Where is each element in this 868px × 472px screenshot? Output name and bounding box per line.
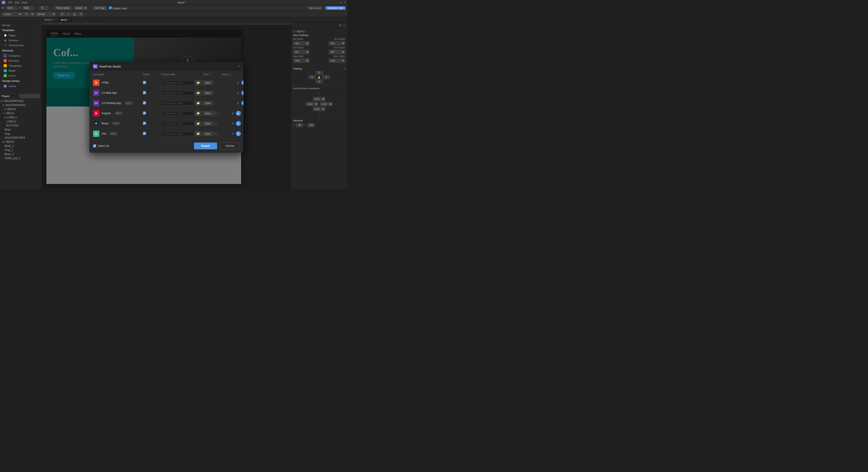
sidebar-item-coming-soon[interactable]: ⏱ Coming Soon › — [0, 43, 42, 48]
play-btn-csharp-desktop[interactable]: ▶ — [241, 100, 243, 106]
browse-btn-html[interactable]: 📁 — [195, 80, 201, 85]
font-size-select[interactable]: 72 — [23, 12, 34, 16]
open-btn-angular[interactable]: Open — [203, 111, 213, 116]
tree-vbox1[interactable]: ▼ VBOX1 — [0, 111, 42, 115]
maximize-btn[interactable]: □ — [340, 1, 341, 4]
checkbox-csharp-desktop[interactable] — [143, 101, 146, 105]
sidebar-item-library[interactable]: 📚 Library › — [0, 84, 42, 89]
theme-editor-btn[interactable]: Theme Editor — [54, 6, 72, 10]
templates-section[interactable]: Templates › — [0, 27, 42, 33]
anchor-up-btn[interactable]: ↑ — [318, 92, 320, 95]
tree-label1[interactable]: ▶ LABEL1 — [0, 115, 42, 119]
anchor-right-btn[interactable]: → — [334, 102, 338, 106]
path-input-html[interactable] — [161, 81, 194, 85]
tree-mug[interactable]: mug — [0, 131, 42, 136]
guide-lines-checkbox[interactable] — [109, 6, 112, 9]
italic-btn[interactable]: I — [66, 12, 71, 16]
edit-btn-react[interactable]: ✏ — [213, 121, 218, 126]
path-input-csharp-web[interactable] — [161, 91, 194, 95]
select-all-checkbox[interactable] — [93, 144, 96, 148]
max-height-select[interactable]: max — [329, 58, 345, 63]
path-input-vue[interactable] — [161, 131, 194, 136]
sidebar-item-forms[interactable]: ☰ Forms › — [0, 73, 42, 78]
path-input-csharp-desktop[interactable] — [161, 101, 194, 106]
browse-btn-vue[interactable]: 📁 — [195, 131, 201, 136]
pref-height-select[interactable]: 457 — [329, 50, 345, 54]
max-width-select[interactable]: max — [293, 58, 309, 63]
checkbox-vue[interactable] — [143, 132, 146, 135]
browse-btn-angular[interactable]: 📁 — [195, 111, 201, 116]
zoom-input[interactable] — [39, 6, 49, 10]
tree-vbox2[interactable]: ▶ VBOX2 — [0, 140, 42, 144]
anchor-bottom-select[interactable]: unset — [313, 107, 325, 111]
pref-width-select[interactable]: 611 — [293, 50, 309, 54]
menu-edit[interactable]: Edit — [15, 1, 19, 4]
figma-import-btn[interactable]: Figma Import — [306, 6, 324, 10]
id-info-btn[interactable]: ℹ — [305, 30, 306, 33]
play-btn-csharp-web[interactable]: ▶ — [241, 90, 243, 95]
elements-section[interactable]: Elements — [0, 48, 42, 53]
tree-anchorpane2[interactable]: ▶ ANCHORPANE2 — [0, 103, 42, 107]
open-btn-csharp-web[interactable]: Open — [203, 91, 213, 95]
browse-btn-react[interactable]: 📁 — [195, 121, 201, 126]
path-input-angular[interactable] — [161, 111, 194, 116]
tab-about-close[interactable]: × — [68, 18, 69, 21]
y-input[interactable] — [307, 123, 315, 127]
font-family-select[interactable]: Lemon — [2, 12, 22, 16]
open-btn-html[interactable]: Open — [203, 81, 213, 85]
close-btn[interactable]: × — [344, 1, 345, 4]
sidebar-item-typography[interactable]: T Typography › — [0, 63, 42, 68]
checkbox-csharp-web[interactable] — [143, 91, 146, 94]
menu-help[interactable]: Help — [22, 1, 27, 4]
tab-demo1-close[interactable]: × — [54, 18, 55, 21]
play-btn-react[interactable]: ▶ — [236, 121, 241, 126]
checkbox-html[interactable] — [143, 81, 146, 84]
x-input[interactable] — [296, 123, 303, 127]
sidebar-item-elements[interactable]: ◆ Elements › — [0, 58, 42, 63]
tree-anchorpane4[interactable]: ANCHORPANE4 — [0, 136, 42, 140]
tree-mug1[interactable]: mug_1 — [0, 148, 42, 152]
tab-about[interactable]: about × — [58, 17, 72, 22]
generate-code-btn[interactable]: Generate Code — [326, 6, 345, 10]
tree-button7[interactable]: BUTTON7 — [0, 123, 42, 127]
edit-btn-angular[interactable]: ✏ — [213, 111, 218, 116]
anchor-left-btn[interactable]: ← — [301, 102, 304, 106]
browse-btn-csharp-desktop[interactable]: 📁 — [195, 100, 201, 106]
min-width-select[interactable]: min — [293, 41, 309, 46]
theme-select[interactable]: default — [73, 6, 87, 10]
anchor-left-select[interactable]: unset — [306, 102, 318, 106]
more-btn-html[interactable]: ··· — [214, 81, 218, 85]
add-page-btn[interactable]: Add Page — [93, 6, 107, 10]
open-btn-vue[interactable]: Open — [203, 131, 213, 136]
font-style-select[interactable]: Normal — [35, 12, 56, 16]
design-library-section[interactable]: Design Library › — [0, 78, 42, 84]
anchor-right-select[interactable]: unset — [320, 102, 333, 106]
bold-btn[interactable]: B — [60, 12, 65, 16]
tree-label2[interactable]: LABEL2 — [0, 119, 42, 123]
rs-settings-btn[interactable]: ⚙ — [339, 24, 342, 27]
padding-right-input[interactable] — [322, 75, 330, 79]
anchor-down-btn[interactable]: ↓ — [318, 112, 320, 116]
tab-demo1[interactable]: demo1 × — [42, 17, 58, 22]
padding-left-input[interactable] — [308, 75, 316, 79]
strikethrough-btn[interactable]: S — [78, 12, 84, 16]
tree-hbox1[interactable]: ▶ HBOX1 — [0, 107, 42, 111]
tree-bean2[interactable]: Bean_2 — [0, 152, 42, 156]
underline-btn[interactable]: U — [71, 12, 77, 16]
checkbox-react[interactable] — [143, 122, 146, 125]
sidebar-item-sections[interactable]: ▦ Sections › — [0, 38, 42, 43]
padding-bottom-input[interactable] — [316, 80, 323, 83]
play-btn-html[interactable]: ▶ — [241, 80, 243, 85]
export-button[interactable]: Export — [194, 143, 217, 149]
project-search-input[interactable] — [20, 94, 40, 98]
more-btn-csharp-web[interactable]: ··· — [214, 91, 218, 95]
tree-coffeepot[interactable]: coffee_pot_2 — [0, 156, 42, 160]
open-btn-csharp-desktop[interactable]: Open — [203, 101, 213, 106]
tree-bean1[interactable]: Bean_1 — [0, 144, 42, 148]
tree-bean[interactable]: Bean — [0, 127, 42, 131]
minimize-btn[interactable]: _ — [336, 1, 337, 4]
play-btn-vue[interactable]: ▶ — [236, 131, 241, 136]
sidebar-item-media[interactable]: 🖼 Media › — [0, 68, 42, 73]
min-height-select[interactable]: min — [329, 41, 345, 46]
height-input[interactable] — [23, 6, 34, 10]
